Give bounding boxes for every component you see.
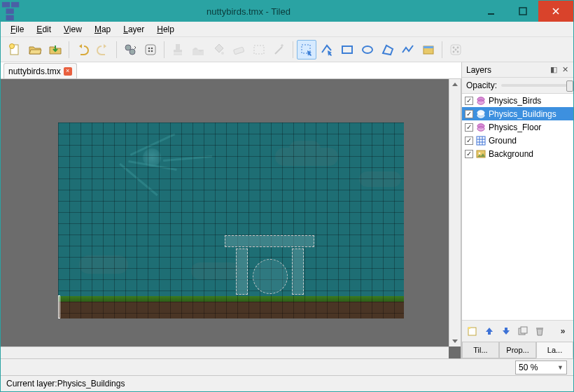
layer-visibility-checkbox[interactable]: ✓ — [465, 110, 473, 118]
layer-type-icon — [476, 96, 486, 106]
svg-point-14 — [148, 50, 150, 52]
grid-overlay — [58, 122, 404, 318]
svg-rect-0 — [2, 2, 10, 8]
insert-polygon-button[interactable] — [378, 40, 398, 59]
menu-edit[interactable]: Edit — [31, 23, 57, 36]
menu-file[interactable]: File — [5, 23, 29, 36]
move-layer-down-button[interactable] — [498, 323, 514, 339]
panel-close-icon[interactable]: ✕ — [561, 66, 569, 74]
panel-titlebar[interactable]: Layers ◧ ✕ — [462, 62, 573, 78]
opacity-handle[interactable] — [566, 80, 573, 92]
layer-visibility-checkbox[interactable]: ✓ — [465, 97, 473, 105]
tab-layers[interactable]: La... — [536, 342, 573, 358]
menu-help[interactable]: Help — [151, 23, 180, 36]
layer-visibility-checkbox[interactable]: ✓ — [465, 136, 473, 145]
document-tab[interactable]: nuttybirds.tmx × — [4, 63, 77, 78]
svg-point-20 — [221, 52, 224, 55]
automap-button[interactable] — [141, 40, 160, 59]
svg-rect-22 — [254, 46, 264, 54]
map-canvas[interactable] — [58, 122, 404, 318]
opacity-label: Opacity: — [466, 80, 497, 90]
delete-layer-button[interactable] — [532, 323, 547, 339]
move-layer-up-button[interactable] — [482, 323, 497, 339]
main-toolbar — [1, 37, 573, 62]
redo-button[interactable] — [93, 40, 113, 59]
insert-tile-button[interactable] — [419, 40, 438, 59]
map-viewport[interactable] — [1, 79, 461, 358]
save-file-button[interactable] — [46, 40, 65, 59]
svg-rect-3 — [6, 15, 14, 21]
toolbar-separator — [442, 41, 442, 58]
layer-row[interactable]: ✓Ground — [462, 134, 573, 147]
edit-polygons-button[interactable] — [317, 40, 337, 59]
vertical-scrollbar[interactable] — [449, 79, 461, 346]
insert-rectangle-button[interactable] — [337, 40, 357, 59]
layer-row[interactable]: ✓Physics_Birds — [462, 94, 573, 107]
svg-point-31 — [455, 48, 457, 50]
menubar: File Edit View Map Layer Help — [1, 22, 573, 37]
svg-rect-1 — [11, 2, 19, 8]
menu-layer[interactable]: Layer — [118, 23, 150, 36]
minimize-button[interactable] — [475, 1, 507, 22]
layer-row[interactable]: ✓Background — [462, 147, 573, 160]
stamp-brush-button[interactable] — [168, 40, 188, 59]
chevron-down-icon: ▼ — [557, 364, 564, 371]
layer-row[interactable]: ✓Physics_Buildings — [462, 107, 573, 120]
undock-icon[interactable]: ◧ — [550, 66, 558, 74]
svg-point-12 — [148, 47, 150, 49]
layer-visibility-checkbox[interactable]: ✓ — [465, 150, 473, 158]
svg-point-9 — [125, 45, 131, 50]
svg-rect-50 — [505, 328, 507, 330]
new-layer-button[interactable] — [465, 323, 480, 339]
command-button[interactable] — [120, 40, 140, 59]
menu-view[interactable]: View — [58, 23, 88, 36]
insert-polyline-button[interactable] — [398, 40, 418, 59]
layer-list[interactable]: ✓Physics_Birds✓Physics_Buildings✓Physics… — [462, 93, 573, 321]
object-pillar-right[interactable] — [292, 248, 304, 295]
close-tab-icon[interactable]: × — [64, 67, 72, 76]
eraser-button[interactable] — [229, 40, 248, 59]
svg-point-30 — [457, 46, 459, 48]
svg-rect-53 — [536, 328, 543, 329]
bucket-fill-button[interactable] — [209, 40, 228, 59]
layer-type-icon — [476, 149, 486, 159]
app-window: nuttybirds.tmx - Tiled File Edit View Ma… — [0, 0, 574, 392]
random-mode-button[interactable] — [446, 40, 465, 59]
zoom-select[interactable]: 50 % ▼ — [515, 360, 567, 374]
svg-marker-48 — [468, 327, 470, 329]
layer-visibility-checkbox[interactable]: ✓ — [465, 123, 473, 132]
titlebar[interactable]: nuttybirds.tmx - Tiled — [1, 1, 573, 22]
layer-row[interactable]: ✓Physics_Floor — [462, 120, 573, 134]
tab-tilesets[interactable]: Til... — [462, 342, 499, 358]
maximize-button[interactable] — [507, 1, 538, 22]
select-objects-button[interactable] — [297, 40, 316, 59]
rectangle-select-button[interactable] — [249, 40, 269, 59]
undo-button[interactable] — [73, 40, 92, 59]
new-file-button[interactable] — [5, 40, 24, 59]
object-circle[interactable] — [253, 259, 288, 294]
svg-point-39 — [477, 126, 484, 130]
svg-rect-4 — [488, 13, 494, 15]
close-button[interactable] — [538, 1, 573, 22]
object-beam-top[interactable] — [225, 235, 314, 247]
object-pillar-left[interactable] — [236, 248, 248, 295]
opacity-row: Opacity: — [462, 78, 573, 93]
svg-rect-40 — [477, 136, 485, 145]
toolbar-separator — [164, 41, 164, 58]
tab-properties[interactable]: Prop... — [499, 342, 536, 358]
svg-rect-5 — [519, 8, 526, 15]
horizontal-scrollbar[interactable] — [1, 346, 449, 358]
duplicate-layer-button[interactable] — [515, 323, 531, 339]
menu-map[interactable]: Map — [89, 23, 116, 36]
insert-ellipse-button[interactable] — [358, 40, 377, 59]
document-tab-label: nuttybirds.tmx — [8, 66, 61, 76]
layer-type-icon — [476, 122, 486, 132]
magic-wand-button[interactable] — [270, 40, 289, 59]
more-button[interactable]: » — [555, 323, 570, 339]
svg-rect-18 — [174, 53, 182, 55]
open-file-button[interactable] — [25, 40, 45, 59]
svg-point-32 — [453, 50, 455, 52]
svg-point-25 — [363, 46, 372, 53]
terrain-brush-button[interactable] — [188, 40, 208, 59]
opacity-slider[interactable] — [501, 84, 569, 87]
